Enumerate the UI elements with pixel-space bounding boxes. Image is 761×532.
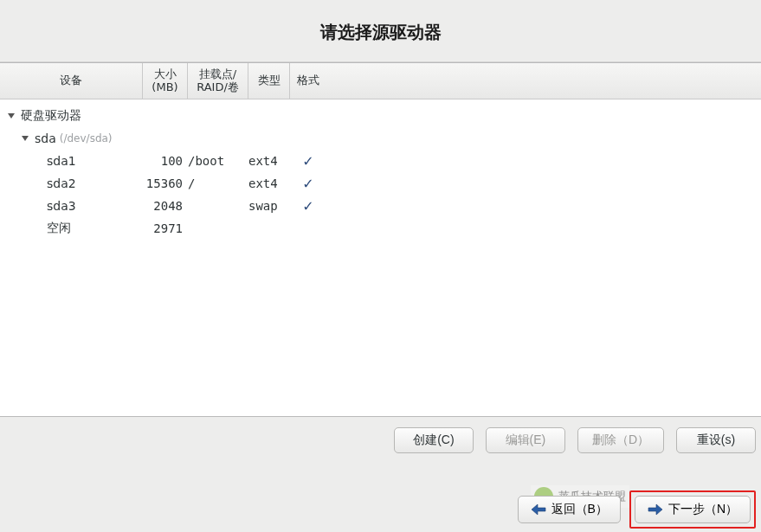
delete-button: 删除（D） bbox=[577, 427, 664, 453]
table-row[interactable]: sda2 15360 / ext4 ✓ bbox=[0, 172, 761, 195]
partition-size: 15360 bbox=[143, 176, 188, 190]
table-row[interactable]: sda3 2048 swap ✓ bbox=[0, 195, 761, 217]
partition-size: 2048 bbox=[143, 199, 188, 213]
check-icon: ✓ bbox=[302, 176, 313, 192]
partition-size: 100 bbox=[143, 154, 188, 168]
partition-mount: /boot bbox=[188, 154, 248, 168]
arrow-right-icon bbox=[648, 503, 663, 516]
back-button[interactable]: 返回（B） bbox=[518, 496, 621, 523]
disk-name: sda bbox=[35, 131, 56, 145]
partition-size: 2971 bbox=[143, 221, 188, 235]
tree-root-harddrives[interactable]: 硬盘驱动器 bbox=[0, 105, 761, 127]
partition-name: sda3 bbox=[47, 199, 76, 213]
expand-toggle-icon[interactable] bbox=[5, 110, 17, 122]
back-button-label: 返回（B） bbox=[551, 502, 608, 517]
next-button[interactable]: 下一步（N） bbox=[635, 496, 751, 523]
arrow-left-icon bbox=[531, 503, 546, 516]
partition-name: 空闲 bbox=[47, 221, 71, 236]
partition-type: ext4 bbox=[248, 154, 290, 168]
table-row[interactable]: sda1 100 /boot ext4 ✓ bbox=[0, 150, 761, 172]
table-header-row: 设备 大小 (MB) 挂载点/ RAID/卷 类型 格式 bbox=[0, 63, 761, 99]
action-button-row: 创建(C) 编辑(E) 删除（D） 重设(s) bbox=[0, 417, 761, 462]
next-button-highlight: 下一步（N） bbox=[629, 490, 756, 529]
col-header-device[interactable]: 设备 bbox=[0, 63, 143, 99]
partition-name: sda1 bbox=[47, 154, 76, 168]
create-button[interactable]: 创建(C) bbox=[394, 427, 474, 453]
check-icon: ✓ bbox=[302, 153, 313, 170]
page-title: 请选择源驱动器 bbox=[0, 0, 761, 62]
expand-toggle-icon[interactable] bbox=[19, 132, 31, 144]
tree-root-label: 硬盘驱动器 bbox=[21, 108, 81, 124]
nav-button-row: 返回（B） 下一步（N） bbox=[518, 490, 756, 529]
check-icon: ✓ bbox=[302, 198, 313, 215]
next-button-label: 下一步（N） bbox=[668, 502, 738, 517]
disk-devpath: (/dev/sda) bbox=[60, 132, 113, 144]
device-tree: 硬盘驱动器 sda (/dev/sda) sda1 100 /boot ext4… bbox=[0, 99, 761, 245]
tree-disk-sda[interactable]: sda (/dev/sda) bbox=[0, 127, 761, 150]
partition-mount: / bbox=[188, 176, 248, 190]
partition-type: swap bbox=[248, 199, 290, 213]
col-header-size[interactable]: 大小 (MB) bbox=[143, 63, 188, 99]
reset-button[interactable]: 重设(s) bbox=[676, 427, 756, 453]
col-header-type[interactable]: 类型 bbox=[248, 63, 290, 99]
partition-name: sda2 bbox=[47, 176, 76, 190]
partition-type: ext4 bbox=[248, 176, 290, 190]
col-header-format[interactable]: 格式 bbox=[290, 63, 326, 99]
col-header-mount[interactable]: 挂载点/ RAID/卷 bbox=[188, 63, 248, 99]
edit-button: 编辑(E) bbox=[486, 427, 565, 453]
partition-table: 设备 大小 (MB) 挂载点/ RAID/卷 类型 格式 硬盘驱动器 sda (… bbox=[0, 62, 761, 417]
table-row[interactable]: 空闲 2971 bbox=[0, 217, 761, 240]
